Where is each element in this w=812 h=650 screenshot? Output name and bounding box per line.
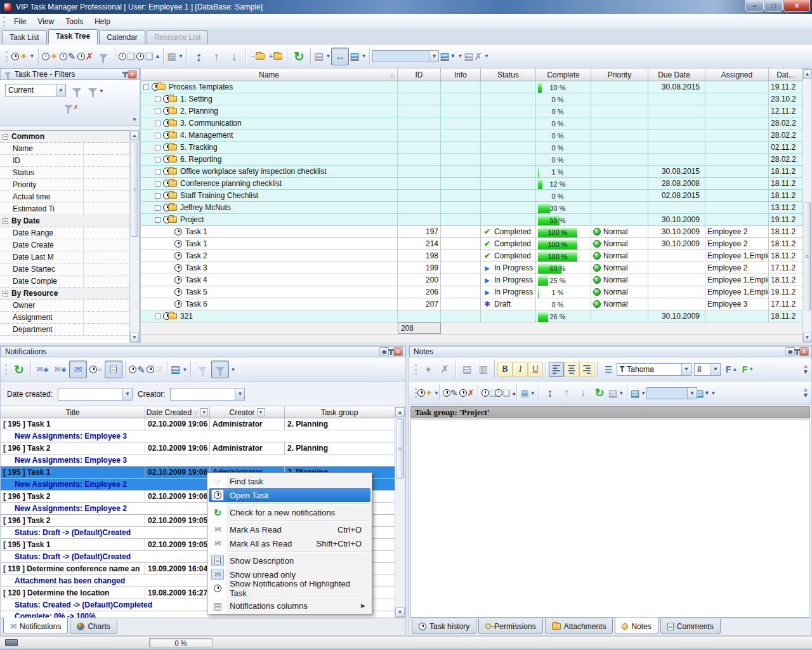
tree-scrollbar[interactable]: ▲ ▼ bbox=[802, 69, 812, 343]
save-filter-button[interactable]: ▼ bbox=[88, 84, 105, 98]
filter-value[interactable] bbox=[84, 300, 129, 311]
column-header-date-created[interactable]: Date Created▽▼ bbox=[145, 407, 210, 418]
columns-button[interactable]: ▤▼ bbox=[349, 48, 367, 65]
filter-row[interactable]: − Date Comple ▼ bbox=[0, 275, 129, 288]
pin-icon[interactable] bbox=[796, 349, 798, 355]
panel-close-button[interactable]: × bbox=[799, 347, 809, 356]
tab-attachments[interactable]: Attachments bbox=[545, 619, 613, 634]
collapse-section-icon[interactable]: − bbox=[3, 134, 8, 140]
duplicate-subtree-button[interactable]: ❏▲ bbox=[497, 385, 514, 401]
filter-row[interactable]: − Priority ▼ bbox=[0, 179, 129, 191]
find-task-button[interactable]: ☞ bbox=[146, 361, 164, 378]
expand-toggle-icon[interactable] bbox=[155, 205, 160, 211]
show-description-button[interactable] bbox=[105, 361, 122, 378]
filter-value[interactable] bbox=[84, 263, 129, 275]
duplicate-task-button[interactable]: ❏ bbox=[118, 48, 136, 65]
scroll-down-arrow[interactable]: ▼ bbox=[803, 333, 811, 342]
menu-item-find-task[interactable]: ☞ Find task bbox=[209, 474, 370, 488]
align-right-button[interactable] bbox=[579, 362, 594, 377]
show-unread-only-button[interactable]: ✉ bbox=[69, 361, 87, 378]
column-header-complete[interactable]: Complete bbox=[536, 69, 591, 81]
print-button[interactable]: ▤▼ bbox=[313, 48, 331, 65]
expand-toggle-icon[interactable] bbox=[155, 181, 160, 187]
print-button[interactable]: ▤▼ bbox=[608, 385, 624, 401]
move-up-button[interactable]: ↑ bbox=[207, 48, 225, 65]
filter-value[interactable] bbox=[84, 251, 129, 263]
scroll-thumb[interactable] bbox=[804, 202, 811, 310]
scroll-up-arrow[interactable]: ▲ bbox=[395, 408, 405, 417]
table-row[interactable]: Task 5 206 In Progress 1 % Normal Employ… bbox=[141, 286, 802, 298]
column-header-status[interactable]: Status bbox=[481, 69, 536, 81]
filter-row[interactable]: − Department ▼ bbox=[0, 324, 129, 336]
expand-toggle-icon[interactable] bbox=[155, 121, 160, 126]
collapse-all-button[interactable]: − bbox=[249, 48, 266, 65]
column-header-info[interactable]: Info bbox=[441, 69, 481, 81]
column-filter-button[interactable]: ▼ bbox=[257, 408, 265, 416]
tab-task-tree[interactable]: Task Tree bbox=[48, 29, 98, 44]
save-layout-button[interactable]: ▤▼▼ bbox=[439, 48, 463, 65]
expand-toggle-icon[interactable] bbox=[155, 217, 160, 223]
mark-all-read-button[interactable]: ✉◉ bbox=[51, 361, 69, 378]
filter-row[interactable]: − Date Startec ▼ bbox=[0, 263, 129, 275]
expand-toggle-icon[interactable] bbox=[155, 109, 160, 114]
table-row[interactable]: Task 2 198 Completed 100 % Normal Employ… bbox=[141, 250, 802, 262]
table-row[interactable]: 2. Planning 0 % 12.11.2 bbox=[141, 105, 802, 117]
panel-close-button[interactable]: × bbox=[393, 347, 403, 356]
scroll-thumb[interactable] bbox=[131, 142, 138, 237]
expand-all-button[interactable]: + bbox=[266, 48, 284, 65]
table-row[interactable]: 3. Communication 0 % 28.02.2 bbox=[141, 117, 802, 129]
tab-comments[interactable]: Comments bbox=[660, 619, 721, 634]
filter-value[interactable] bbox=[84, 167, 129, 178]
filter-row[interactable]: − Name ▼ bbox=[0, 143, 129, 155]
expand-toggle-icon[interactable] bbox=[155, 193, 160, 199]
column-header-id[interactable]: ID bbox=[398, 69, 441, 81]
table-row[interactable]: Task 4 200 In Progress 25 % Normal Emplo… bbox=[141, 274, 802, 286]
menu-item-mark-all-read[interactable]: ✉ Mark All as Read Shift+Ctrl+O bbox=[209, 536, 370, 550]
menu-item-check-notifications[interactable]: ↻ Check for a new notifications bbox=[209, 505, 370, 519]
bullet-list-button[interactable]: ☰ bbox=[600, 361, 617, 378]
delete-task-button[interactable]: ✗ bbox=[459, 385, 475, 401]
scroll-down-arrow[interactable]: ▼ bbox=[395, 607, 405, 617]
column-header-task-group[interactable]: Task group bbox=[285, 407, 394, 418]
filter-row[interactable]: − Owner ▼ bbox=[0, 300, 129, 312]
duplicate-subtree-button[interactable]: ❏▲ bbox=[136, 48, 160, 65]
tab-task-history[interactable]: Task history bbox=[412, 619, 476, 634]
columns-button[interactable]: ▤▼ bbox=[630, 385, 646, 401]
toolbar-overflow[interactable]: »▼ bbox=[802, 364, 809, 375]
table-row[interactable]: Task 1 197 Completed 100 % Normal 30.10.… bbox=[141, 226, 802, 238]
column-header-name[interactable]: Name△ bbox=[141, 69, 398, 81]
table-row[interactable]: 6. Reporting 0 % 28.02.2 bbox=[141, 154, 802, 166]
table-row[interactable]: Task 6 207 Draft 0 % Normal Employee 3 1… bbox=[141, 298, 802, 310]
edit-task-button[interactable]: ✎ bbox=[128, 361, 146, 378]
filter-value[interactable] bbox=[84, 203, 129, 215]
filter-value[interactable] bbox=[84, 312, 129, 323]
restore-button[interactable]: □ bbox=[764, 0, 783, 12]
filter-row[interactable]: − Status ▼ bbox=[0, 167, 129, 179]
table-row[interactable]: Conference planning checklist 12 % 28.08… bbox=[141, 178, 802, 190]
italic-button[interactable]: I bbox=[513, 362, 528, 377]
edit-task-button[interactable]: ✎ bbox=[59, 48, 77, 65]
menu-item-mark-as-read[interactable]: ✉ Mark As Read Ctrl+O bbox=[209, 522, 370, 536]
column-header-title[interactable]: Title bbox=[1, 407, 145, 418]
mark-read-button[interactable]: ✉◉ bbox=[34, 361, 51, 378]
table-row[interactable]: Process Templates 10 % 30.08.2015 19.11.… bbox=[141, 81, 802, 93]
print-preview-button[interactable]: ▥ bbox=[475, 361, 492, 378]
notifications-scrollbar[interactable]: ▲ ▼ bbox=[395, 407, 405, 618]
notification-item[interactable]: [ 195 ] Task 1 02.10.2009 19:06 Administ… bbox=[1, 418, 395, 442]
expand-toggle-icon[interactable] bbox=[155, 157, 160, 162]
notifications-columns-button[interactable]: ▤▼ bbox=[170, 361, 188, 378]
column-header-date[interactable]: Dat... bbox=[769, 69, 802, 81]
table-row[interactable]: 4. Management 0 % 28.02.2 bbox=[141, 129, 802, 142]
move-down-button[interactable]: ↓ bbox=[225, 48, 243, 65]
font-name-combo[interactable]: TTahoma▼ bbox=[617, 363, 691, 376]
grow-font-button[interactable]: F▲ bbox=[723, 361, 740, 378]
new-task-button[interactable]: ✦▼ bbox=[420, 385, 436, 401]
filter-value[interactable] bbox=[84, 288, 129, 299]
menu-view[interactable]: View bbox=[32, 15, 60, 28]
menu-item-show-highlighted-notifications[interactable]: Show Notifications of Highlighted Task bbox=[209, 581, 370, 595]
collapse-section-icon[interactable]: − bbox=[3, 291, 8, 296]
column-header-due-date[interactable]: Due Date bbox=[648, 69, 705, 81]
link-task-button[interactable]: ∞ bbox=[87, 361, 105, 378]
filter-button[interactable] bbox=[211, 361, 229, 378]
expand-toggle-icon[interactable] bbox=[155, 145, 160, 150]
